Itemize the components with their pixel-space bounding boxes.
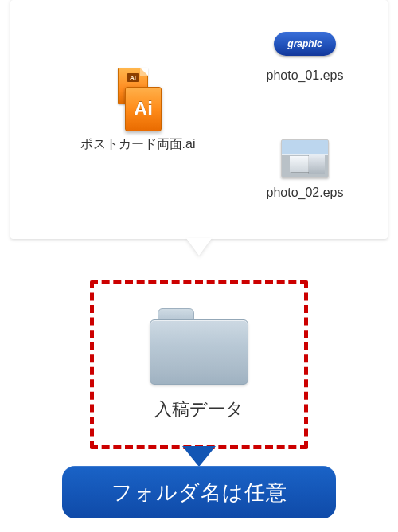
file-label: ポストカード両面.ai bbox=[80, 136, 196, 153]
file-item-eps-2: photo_02.eps bbox=[245, 139, 365, 200]
destination-folder-zone: 入稿データ bbox=[90, 280, 308, 449]
arrow-down-icon bbox=[186, 238, 212, 256]
ai-icon-text: Ai bbox=[134, 98, 153, 120]
ai-badge: AI bbox=[127, 73, 139, 82]
arrow-down-icon bbox=[182, 446, 216, 467]
folder-label: 入稿データ bbox=[154, 397, 244, 421]
folder-icon bbox=[150, 308, 248, 385]
svg-marker-0 bbox=[186, 238, 212, 256]
source-files-panel: AI Ai ポストカード両面.ai graphic photo_01.eps p… bbox=[10, 0, 388, 239]
svg-marker-1 bbox=[182, 446, 216, 467]
file-label: photo_02.eps bbox=[267, 186, 344, 200]
caption-text: フォルダ名は任意 bbox=[111, 479, 287, 507]
caption-pill: フォルダ名は任意 bbox=[62, 466, 336, 518]
graphic-logo-icon: graphic bbox=[274, 32, 336, 56]
graphic-logo-text: graphic bbox=[287, 38, 322, 49]
file-item-ai: AI Ai ポストカード両面.ai bbox=[66, 68, 209, 153]
file-label: photo_01.eps bbox=[267, 68, 344, 83]
file-item-eps-1: graphic photo_01.eps bbox=[245, 32, 365, 83]
photo-thumbnail-icon bbox=[281, 139, 329, 178]
ai-file-icon: AI Ai bbox=[114, 68, 162, 130]
